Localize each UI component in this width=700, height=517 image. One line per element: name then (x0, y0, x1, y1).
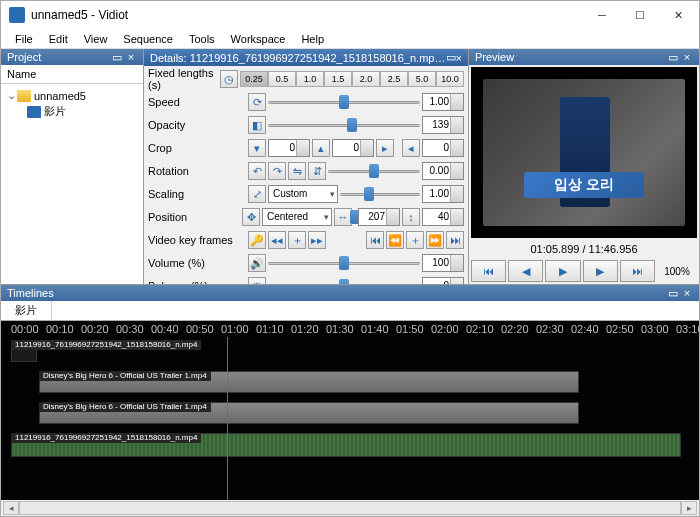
crop-input-3[interactable]: 0 (422, 139, 464, 157)
audio-track-1[interactable]: 11219916_761996927251942_1518158016_n.mp… (1, 433, 699, 467)
kf-add-icon[interactable]: ＋ (288, 231, 306, 249)
row-fixed-lengths: Fixed lengths (s) ◷ 0.25 0.5 1.0 1.5 2.0… (148, 68, 464, 90)
crop-top-input[interactable]: 0 (268, 139, 310, 157)
opacity-slider[interactable] (268, 117, 420, 133)
speaker-icon[interactable]: 🔊 (248, 254, 266, 272)
crop-right-icon[interactable]: ▸ (376, 139, 394, 157)
rotation-input[interactable]: 0.00 (422, 162, 464, 180)
ruler-tick: 02:30 (536, 323, 564, 335)
panel-close-icon[interactable]: × (681, 287, 693, 299)
pos-y-input[interactable]: 40 (422, 208, 464, 226)
length-btn-100[interactable]: 10.0 (436, 71, 464, 87)
panel-close-icon[interactable]: × (456, 52, 462, 64)
scroll-track[interactable] (19, 501, 681, 515)
zoom-level[interactable]: 100% (657, 266, 697, 277)
menu-sequence[interactable]: Sequence (115, 31, 181, 47)
length-btn-20[interactable]: 2.0 (352, 71, 380, 87)
volume-slider[interactable] (268, 255, 420, 271)
speed-label: Speed (148, 96, 248, 108)
kf-plus-icon[interactable]: ＋ (406, 231, 424, 249)
kf-fwd-icon[interactable]: ⏩ (426, 231, 444, 249)
flip-v-icon[interactable]: ⇵ (308, 162, 326, 180)
tree-child-label: 影片 (44, 104, 66, 119)
kf-back-icon[interactable]: ⏪ (386, 231, 404, 249)
tree-root[interactable]: ⌄ unnamed5 (5, 88, 139, 103)
flip-h-icon[interactable]: ⇋ (288, 162, 306, 180)
menu-help[interactable]: Help (293, 31, 332, 47)
opacity-input[interactable]: 139 (422, 116, 464, 134)
length-btn-50[interactable]: 5.0 (408, 71, 436, 87)
maximize-button[interactable]: ☐ (621, 1, 659, 29)
scaling-input[interactable]: 1.00 (422, 185, 464, 203)
rotation-slider[interactable] (328, 163, 420, 179)
scroll-right-button[interactable]: ▸ (681, 501, 697, 515)
scaling-combo[interactable]: Custom (268, 185, 338, 203)
scroll-left-button[interactable]: ◂ (3, 501, 19, 515)
speed-slider[interactable] (268, 94, 420, 110)
timeline-tracks[interactable]: 11219916_761996927251942_1518158016_n.mp… (1, 337, 699, 500)
length-btn-15[interactable]: 1.5 (324, 71, 352, 87)
step-back-button[interactable]: ◀ (508, 260, 543, 282)
panel-close-icon[interactable]: × (125, 51, 137, 63)
kf-key-icon[interactable]: 🔑 (248, 231, 266, 249)
panel-close-icon[interactable]: × (681, 51, 693, 63)
kf-first-icon[interactable]: ⏮ (366, 231, 384, 249)
position-icon[interactable]: ✥ (242, 208, 260, 226)
menu-edit[interactable]: Edit (41, 31, 76, 47)
length-btn-025[interactable]: 0.25 (240, 71, 268, 87)
panel-dock-icon[interactable]: ▭ (667, 51, 679, 63)
video-track-2[interactable]: Disney's Big Hero 6 - Official US Traile… (1, 371, 699, 399)
kf-last-icon[interactable]: ⏭ (446, 231, 464, 249)
crop-bottom-input[interactable]: 0 (332, 139, 374, 157)
balance-slider[interactable] (268, 278, 420, 284)
video-track-3[interactable]: Disney's Big Hero 6 - Official US Traile… (1, 402, 699, 430)
pos-y-icon[interactable]: ↕ (402, 208, 420, 226)
scale-icon[interactable]: ⤢ (248, 185, 266, 203)
crop-down-icon[interactable]: ▾ (248, 139, 266, 157)
caret-down-icon[interactable]: ⌄ (7, 89, 17, 102)
play-button[interactable]: ▶ (545, 260, 580, 282)
speed-input[interactable]: 1.00 (422, 93, 464, 111)
menu-tools[interactable]: Tools (181, 31, 223, 47)
tree-child[interactable]: 影片 (5, 103, 139, 120)
crop-up-icon[interactable]: ▴ (312, 139, 330, 157)
crop-left-icon[interactable]: ◂ (402, 139, 420, 157)
minimize-button[interactable]: ─ (583, 1, 621, 29)
clock-icon[interactable]: ◷ (220, 70, 238, 88)
video-track-1[interactable]: 11219916_761996927251942_1518158016_n.mp… (1, 340, 699, 368)
timeline-hscroll[interactable]: ◂ ▸ (1, 500, 699, 516)
panel-dock-icon[interactable]: ▭ (111, 51, 123, 63)
kf-prev-icon[interactable]: ◂◂ (268, 231, 286, 249)
volume-input[interactable]: 100 (422, 254, 464, 272)
ruler-tick: 01:50 (396, 323, 424, 335)
position-combo[interactable]: Centered (262, 208, 332, 226)
panel-dock-icon[interactable]: ▭ (667, 287, 679, 299)
goto-start-button[interactable]: ⏮ (471, 260, 506, 282)
menu-workspace[interactable]: Workspace (223, 31, 294, 47)
balance-input[interactable]: 0 (422, 277, 464, 284)
project-column-header[interactable]: Name (1, 65, 143, 84)
timeline-tab[interactable]: 影片 (1, 301, 52, 320)
pos-x-input[interactable]: 207 (358, 208, 400, 226)
opacity-icon[interactable]: ◧ (248, 116, 266, 134)
length-btn-10[interactable]: 1.0 (296, 71, 324, 87)
menu-view[interactable]: View (76, 31, 116, 47)
rotate-ccw-icon[interactable]: ↶ (248, 162, 266, 180)
preview-viewport[interactable]: 입상 오리 (471, 67, 697, 238)
preview-panel-title: Preview ▭ × (469, 49, 699, 65)
menu-file[interactable]: File (7, 31, 41, 47)
length-btn-05[interactable]: 0.5 (268, 71, 296, 87)
playhead[interactable] (227, 337, 228, 500)
panel-dock-icon[interactable]: ▭ (446, 51, 456, 64)
close-button[interactable]: ✕ (659, 1, 697, 29)
speed-icon[interactable]: ⟳ (248, 93, 266, 111)
goto-end-button[interactable]: ⏭ (620, 260, 655, 282)
kf-next-icon[interactable]: ▸▸ (308, 231, 326, 249)
timeline-ruler[interactable]: 00:0000:1000:2000:3000:4000:5001:0001:10… (1, 321, 699, 337)
balance-icon[interactable]: ⚖ (248, 277, 266, 284)
step-forward-button[interactable]: ▶ (583, 260, 618, 282)
rotate-cw-icon[interactable]: ↷ (268, 162, 286, 180)
pos-x-slider[interactable] (354, 209, 356, 225)
scaling-slider[interactable] (340, 186, 420, 202)
length-btn-25[interactable]: 2.5 (380, 71, 408, 87)
